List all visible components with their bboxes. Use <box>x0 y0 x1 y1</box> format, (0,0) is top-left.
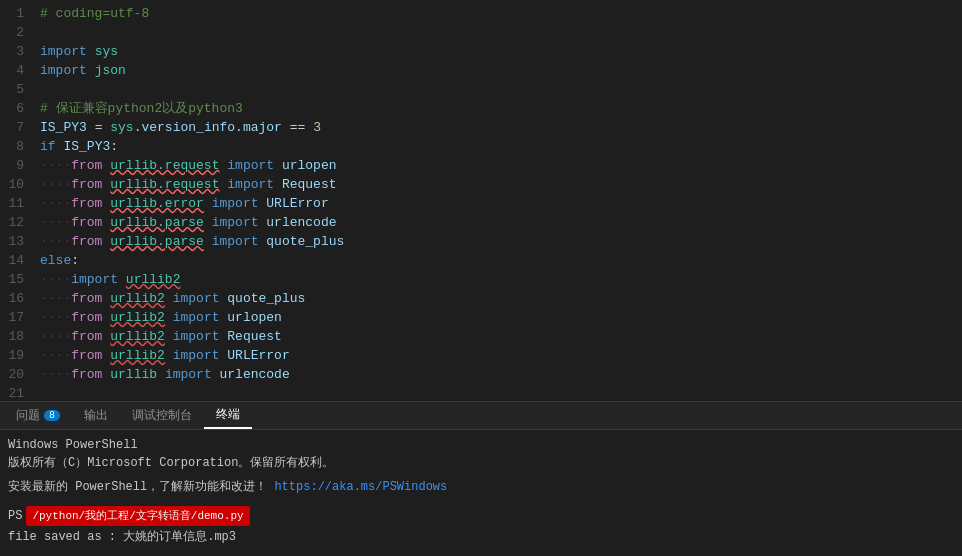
tab-output-label: 输出 <box>84 407 108 424</box>
terminal-content: Windows PowerShell 版权所有（C）Microsoft Corp… <box>0 430 962 556</box>
line-content-3: import sys <box>36 42 962 61</box>
line-content-10: ····from urllib.request import Request <box>36 175 962 194</box>
line-number-14: 14 <box>0 251 36 270</box>
line-content-14: else: <box>36 251 962 270</box>
line-number-20: 20 <box>0 365 36 384</box>
code-line-6: 6 # 保证兼容python2以及python3 <box>0 99 962 118</box>
line-number-16: 16 <box>0 289 36 308</box>
line-content-13: ····from urllib.parse import quote_plus <box>36 232 962 251</box>
line-content-19: ····from urllib2 import URLError <box>36 346 962 365</box>
terminal-tabs: 问题 8 输出 调试控制台 终端 <box>0 402 962 430</box>
line-content-17: ····from urllib2 import urlopen <box>36 308 962 327</box>
ps-saved-line: file saved as : 大姚的订单信息.mp3 <box>8 528 954 546</box>
line-content-6: # 保证兼容python2以及python3 <box>36 99 962 118</box>
code-line-20: 20 ····from urllib import urlencode <box>0 365 962 384</box>
line-number-2: 2 <box>0 23 36 42</box>
code-line-14: 14 else: <box>0 251 962 270</box>
ps-install-link[interactable]: https://aka.ms/PSWindows <box>274 480 447 494</box>
tab-terminal[interactable]: 终端 <box>204 402 252 429</box>
line-content-4: import json <box>36 61 962 80</box>
ps-title-line: Windows PowerShell <box>8 436 954 454</box>
line-number-3: 3 <box>0 42 36 61</box>
code-line-18: 18 ····from urllib2 import Request <box>0 327 962 346</box>
tab-problems-label: 问题 <box>16 407 40 424</box>
code-line-3: 3 import sys <box>0 42 962 61</box>
line-number-5: 5 <box>0 80 36 99</box>
line-content-12: ····from urllib.parse import urlencode <box>36 213 962 232</box>
code-line-19: 19 ····from urllib2 import URLError <box>0 346 962 365</box>
line-content-7: IS_PY3 = sys.version_info.major == 3 <box>36 118 962 137</box>
line-content-9: ····from urllib.request import urlopen <box>36 156 962 175</box>
line-content-8: if IS_PY3: <box>36 137 962 156</box>
problems-badge: 8 <box>44 410 60 421</box>
tab-output[interactable]: 输出 <box>72 403 120 428</box>
line-number-15: 15 <box>0 270 36 289</box>
line-content-1: # coding=utf-8 <box>36 4 962 23</box>
code-editor: 1 # coding=utf-8 2 3 import sys 4 import… <box>0 0 962 401</box>
code-line-1: 1 # coding=utf-8 <box>0 4 962 23</box>
line-content-20: ····from urllib import urlencode <box>36 365 962 384</box>
ps-title: Windows PowerShell <box>8 438 138 452</box>
line-number-9: 9 <box>0 156 36 175</box>
line-number-11: 11 <box>0 194 36 213</box>
line-number-17: 17 <box>0 308 36 327</box>
code-line-5: 5 <box>0 80 962 99</box>
code-line-2: 2 <box>0 23 962 42</box>
ps-copyright-text: 版权所有（C）Microsoft Corporation。保留所有权利。 <box>8 456 334 470</box>
code-line-15: 15 ····import urllib2 <box>0 270 962 289</box>
terminal-area: 问题 8 输出 调试控制台 终端 Windows PowerShell 版权所有… <box>0 401 962 556</box>
line-number-19: 19 <box>0 346 36 365</box>
line-number-4: 4 <box>0 61 36 80</box>
ps-install-line: 安装最新的 PowerShell，了解新功能和改进！ https://aka.m… <box>8 478 954 496</box>
code-line-17: 17 ····from urllib2 import urlopen <box>0 308 962 327</box>
line-content-18: ····from urllib2 import Request <box>36 327 962 346</box>
code-lines: 1 # coding=utf-8 2 3 import sys 4 import… <box>0 0 962 401</box>
line-number-13: 13 <box>0 232 36 251</box>
code-line-8: 8 if IS_PY3: <box>0 137 962 156</box>
code-line-10: 10 ····from urllib.request import Reques… <box>0 175 962 194</box>
ps-copyright-line: 版权所有（C）Microsoft Corporation。保留所有权利。 <box>8 454 954 472</box>
code-line-12: 12 ····from urllib.parse import urlencod… <box>0 213 962 232</box>
ps-saved-text: file saved as : 大姚的订单信息.mp3 <box>8 530 236 544</box>
code-line-7: 7 IS_PY3 = sys.version_info.major == 3 <box>0 118 962 137</box>
line-number-6: 6 <box>0 99 36 118</box>
line-number-12: 12 <box>0 213 36 232</box>
code-line-4: 4 import json <box>0 61 962 80</box>
tab-debug-label: 调试控制台 <box>132 407 192 424</box>
ps-prompt-line: PS /python/我的工程/文字转语音/demo.py <box>8 506 954 526</box>
ps-install-text: 安装最新的 PowerShell，了解新功能和改进！ <box>8 480 267 494</box>
code-line-11: 11 ····from urllib.error import URLError <box>0 194 962 213</box>
code-line-16: 16 ····from urllib2 import quote_plus <box>0 289 962 308</box>
line-content-15: ····import urllib2 <box>36 270 962 289</box>
tab-terminal-label: 终端 <box>216 406 240 423</box>
line-number-21: 21 <box>0 384 36 401</box>
line-number-18: 18 <box>0 327 36 346</box>
tab-debug-console[interactable]: 调试控制台 <box>120 403 204 428</box>
ps-label: PS <box>8 507 22 525</box>
line-number-10: 10 <box>0 175 36 194</box>
line-number-1: 1 <box>0 4 36 23</box>
line-content-11: ····from urllib.error import URLError <box>36 194 962 213</box>
line-number-8: 8 <box>0 137 36 156</box>
code-line-13: 13 ····from urllib.parse import quote_pl… <box>0 232 962 251</box>
line-number-7: 7 <box>0 118 36 137</box>
code-line-21: 21 <box>0 384 962 401</box>
tab-problems[interactable]: 问题 8 <box>4 403 72 428</box>
line-content-16: ····from urllib2 import quote_plus <box>36 289 962 308</box>
ps-path: /python/我的工程/文字转语音/demo.py <box>26 506 249 526</box>
code-line-9: 9 ····from urllib.request import urlopen <box>0 156 962 175</box>
